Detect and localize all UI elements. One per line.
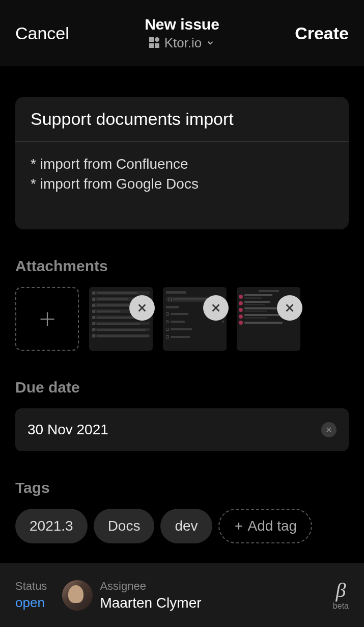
footer-bar: Status open Assignee Maarten Clymer β be… — [0, 563, 364, 627]
assignee-block[interactable]: Assignee Maarten Clymer — [62, 580, 201, 611]
modal-header: Cancel New issue Ktor.io Create — [0, 0, 364, 66]
plus-icon — [234, 521, 244, 531]
project-selector[interactable]: Ktor.io — [149, 35, 215, 51]
assignee-label: Assignee — [100, 580, 201, 593]
status-label: Status — [15, 580, 47, 593]
create-button[interactable]: Create — [295, 23, 349, 43]
issue-title-input[interactable]: Support documents import — [15, 97, 349, 142]
tag-chip[interactable]: Docs — [94, 509, 155, 543]
tag-chip[interactable]: 2021.3 — [15, 509, 88, 543]
close-icon — [284, 302, 295, 314]
close-icon — [210, 302, 221, 314]
plus-icon — [38, 310, 57, 328]
due-date-value: 30 Nov 2021 — [27, 422, 108, 438]
beta-icon: β — [335, 580, 346, 600]
close-icon — [136, 302, 148, 314]
tags-row: 2021.3 Docs dev Add tag — [15, 509, 349, 543]
tag-chip[interactable]: dev — [160, 509, 212, 543]
project-icon — [149, 37, 160, 48]
attachment-item[interactable] — [89, 287, 153, 351]
add-tag-label: Add tag — [248, 518, 297, 534]
header-center: New issue Ktor.io — [145, 16, 219, 51]
beta-badge[interactable]: β beta — [333, 580, 349, 611]
modal-content: Support documents import * import from C… — [0, 66, 364, 584]
close-icon — [325, 426, 332, 433]
status-block[interactable]: Status open — [15, 580, 47, 611]
issue-card: Support documents import * import from C… — [15, 97, 349, 229]
due-date-label: Due date — [15, 379, 349, 396]
issue-body-input[interactable]: * import from Confluence * import from G… — [15, 142, 349, 229]
status-value: open — [15, 595, 47, 611]
clear-date-button[interactable] — [321, 422, 337, 437]
modal-title: New issue — [145, 16, 219, 33]
tags-label: Tags — [15, 479, 349, 497]
add-tag-button[interactable]: Add tag — [218, 509, 313, 543]
attachment-item[interactable] — [163, 287, 227, 351]
attachments-label: Attachments — [15, 257, 349, 275]
attachments-row — [15, 287, 349, 351]
add-attachment-button[interactable] — [15, 287, 79, 351]
attachment-item[interactable] — [237, 287, 300, 351]
avatar — [62, 580, 93, 611]
cancel-button[interactable]: Cancel — [15, 23, 69, 43]
chevron-down-icon — [206, 38, 215, 47]
project-name: Ktor.io — [164, 35, 202, 51]
assignee-name: Maarten Clymer — [100, 595, 201, 611]
beta-label: beta — [333, 602, 349, 611]
due-date-field[interactable]: 30 Nov 2021 — [15, 408, 349, 451]
